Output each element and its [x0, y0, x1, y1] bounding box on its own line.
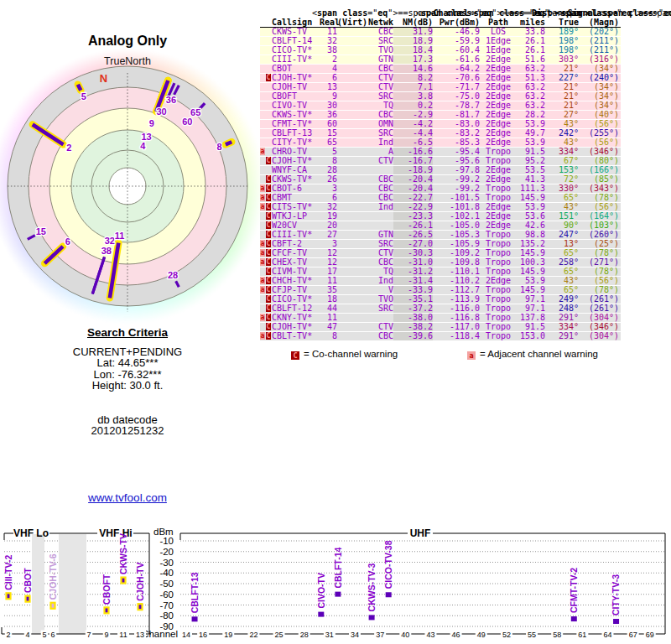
co-channel-warning-icon: C	[266, 323, 271, 330]
cell-virt	[337, 28, 362, 36]
cell-warn: C	[260, 175, 272, 184]
cell-warn: C	[260, 231, 272, 239]
cell-pwr: -105.0	[433, 221, 480, 230]
cell-callsign: CIVO-TV	[272, 101, 320, 110]
cell-true: 65°	[545, 267, 579, 276]
cell-virt	[337, 65, 362, 73]
cell-real: 8	[320, 332, 337, 340]
cell-netwk: CTV	[362, 74, 393, 82]
cell-magn: (103°)	[579, 221, 619, 230]
cell-magn: (78°)	[579, 249, 619, 257]
search-mode: CURRENT+PENDING	[44, 346, 211, 358]
cell-miles: 53.9	[517, 120, 545, 128]
db-datecode-label: db datecode	[44, 414, 211, 426]
cell-callsign: W20CV	[272, 221, 320, 230]
cell-netwk: GTN	[362, 55, 393, 64]
cell-warn: aC	[260, 249, 272, 257]
cell-real: 11	[320, 314, 337, 322]
cell-miles: 91.5	[517, 323, 545, 331]
x-tick-label: 25	[275, 631, 283, 639]
x-tick-label: 2	[6, 631, 10, 639]
cell-warn: aC	[260, 240, 272, 248]
cell-path: 2Edge	[480, 101, 517, 110]
cell-real: 32	[320, 37, 337, 45]
cell-nm: -26.5	[393, 231, 433, 239]
cell-miles: 153.0	[517, 332, 545, 340]
y-tick-label: -70	[159, 600, 174, 610]
cell-path: Tropo	[480, 258, 517, 267]
signal-bar-label: CJOH-TV	[135, 563, 145, 601]
y-tick-label: -40	[159, 568, 174, 578]
cell-nm: 18.9	[393, 37, 433, 45]
cell-miles: 63.2	[517, 65, 545, 73]
cell-netwk: SRC	[362, 37, 393, 45]
cell-pwr: -102.1	[433, 212, 480, 221]
cell-path: Tropo	[480, 240, 517, 248]
cell-miles: 53.6	[517, 212, 545, 221]
cell-warn: aC	[260, 332, 272, 340]
x-tick-label: 22	[249, 631, 257, 639]
signal-bar-CBOT	[26, 596, 30, 602]
cell-virt	[337, 323, 362, 331]
cell-magn: (261°)	[579, 295, 619, 304]
cell-path: Path	[480, 18, 517, 27]
signal-bar-CITY-TV-3	[613, 619, 619, 624]
table-header-groups: <span class="eq">==span>Channel<span cla…	[260, 8, 621, 18]
signal-bar-CBLFT-14	[335, 592, 341, 597]
cell-pwr: -109.2	[433, 249, 480, 257]
cell-path: Tropo	[480, 157, 517, 165]
station-table-body: CKWS-TV11CBC31.9-46.9LOS33.8189°(202°)CB…	[260, 28, 621, 341]
cell-miles: 111.3	[517, 184, 545, 193]
cell-netwk: TVO	[362, 46, 393, 55]
cell-virt	[337, 55, 362, 64]
cell-warn: aC	[260, 277, 272, 285]
adjacent-channel-legend-text: = Adjacent channel warning	[480, 349, 598, 359]
cell-true: 67°	[545, 157, 579, 165]
cell-callsign: CBOFT	[272, 92, 320, 101]
cell-real: 47	[320, 323, 337, 331]
cell-path: Tropo	[480, 231, 517, 239]
cell-callsign: CJOH-TV*	[272, 74, 320, 82]
cell-callsign: WNYF-CA	[272, 166, 320, 174]
cell-netwk: Ind	[362, 203, 393, 211]
cell-callsign: CIII-TV*	[272, 55, 320, 64]
cell-path: Tropo	[480, 267, 517, 276]
signal-bar-label: CKWS-TV	[118, 533, 128, 574]
cell-true: 291°	[545, 332, 579, 340]
cell-nm: -22.9	[393, 203, 433, 211]
cell-path: 2Edge	[480, 175, 517, 184]
cell-magn: (78°)	[579, 194, 619, 202]
cell-real: 9	[320, 92, 337, 101]
site-link-wrap: www.tvfool.com	[2, 491, 253, 504]
cell-pwr: -71.7	[433, 83, 480, 91]
cell-virt	[337, 267, 362, 276]
cell-miles: 42.6	[517, 221, 545, 230]
cell-nm: 14.6	[393, 65, 433, 73]
cell-callsign: CJOH-TV*	[272, 157, 320, 165]
y-tick-label: -10	[159, 536, 174, 546]
cell-real: 28	[320, 166, 337, 174]
tvfool-link[interactable]: www.tvfool.com	[88, 491, 167, 504]
signal-bar-CICO-TV-38	[386, 592, 392, 597]
cell-path: 2Edge	[480, 221, 517, 230]
cell-path: 2Edge	[480, 277, 517, 285]
cell-netwk: CTV	[362, 157, 393, 165]
cell-netwk: SRC	[362, 240, 393, 248]
cell-miles: 33.8	[517, 28, 545, 36]
cell-nm: -16.7	[393, 157, 433, 165]
signal-bar-label: CIII-TV-2	[3, 555, 13, 590]
cell-netwk: CBC	[362, 111, 393, 119]
cell-magn: (240°)	[579, 74, 619, 82]
cell-true: 43°	[545, 120, 579, 128]
cell-virt	[337, 286, 362, 294]
cell-path: 1Edge	[480, 37, 517, 45]
x-tick-label: 55	[528, 631, 536, 639]
co-channel-warning-icon: C	[266, 212, 271, 220]
cell-pwr: -95.4	[433, 148, 480, 156]
cell-pwr: -95.6	[433, 157, 480, 165]
cell-path: 2Edge	[480, 74, 517, 82]
cell-callsign: CFCF-TV	[272, 249, 320, 257]
cell-true: 303°	[545, 55, 579, 64]
cell-netwk: SRC	[362, 92, 393, 101]
cell-netwk: CBC	[362, 258, 393, 267]
